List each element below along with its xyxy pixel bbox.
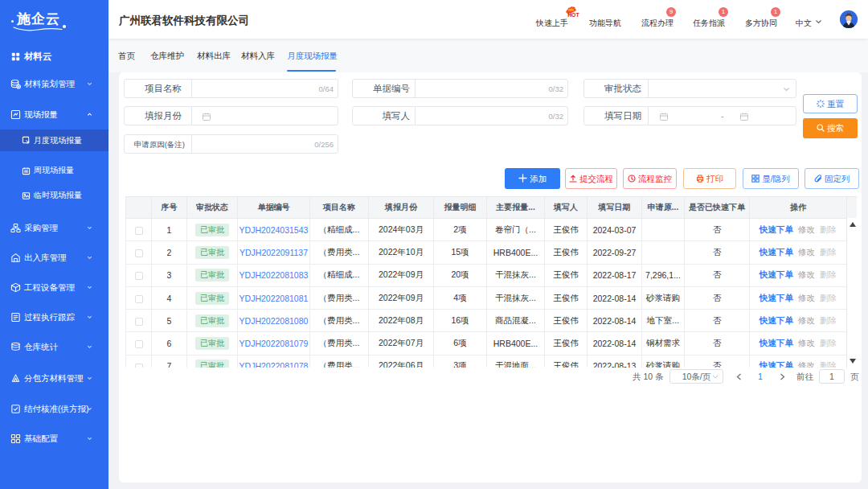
svg-text:HOT: HOT: [567, 12, 579, 18]
